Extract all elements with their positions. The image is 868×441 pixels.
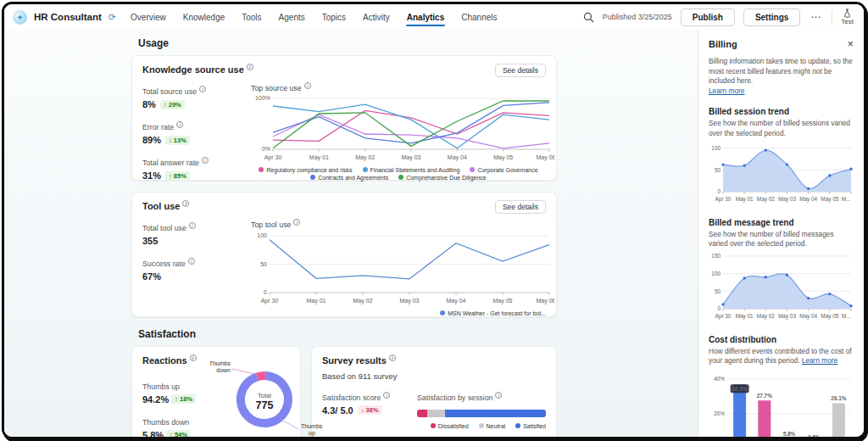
svg-text:May 02: May 02 <box>353 298 373 304</box>
info-icon[interactable] <box>189 222 196 229</box>
svg-text:27.7%: 27.7% <box>757 392 772 398</box>
nav-analytics[interactable]: Analytics <box>406 6 445 29</box>
satisfaction-legend: DissatisfiedNeutralSatisfied <box>417 423 546 429</box>
close-icon[interactable]: × <box>847 38 854 49</box>
knowledge-see-details-button[interactable]: See details <box>495 64 546 77</box>
search-icon[interactable] <box>583 12 594 23</box>
top-source-use-chart: 100%0%Apr 30May 01May 02May 03May 04May … <box>251 94 546 165</box>
legend-item[interactable]: Dissatisfied <box>431 423 469 429</box>
survey-card-title: Survey results <box>322 354 396 366</box>
nav-tools[interactable]: Tools <box>241 6 262 29</box>
info-icon[interactable] <box>176 121 183 128</box>
reactions-card: Reactions Thumbs up 94.2%↑ 18% Thumbs do… <box>131 346 301 437</box>
test-button[interactable]: Test <box>841 8 854 25</box>
svg-text:Apr 30: Apr 30 <box>715 196 732 203</box>
info-icon[interactable] <box>304 82 311 89</box>
billing-title: Billing <box>709 39 737 49</box>
svg-text:50: 50 <box>715 288 721 294</box>
top-tool-use-title: Top tool use <box>251 219 546 229</box>
svg-text:May 04: May 04 <box>799 313 817 320</box>
nav-channels[interactable]: Channels <box>460 6 498 29</box>
svg-text:May 03: May 03 <box>400 298 420 304</box>
svg-text:May 05: May 05 <box>493 154 513 161</box>
svg-text:May 05: May 05 <box>821 313 838 320</box>
svg-text:100: 100 <box>257 232 267 238</box>
delta-badge: ↑ 18% <box>171 394 196 404</box>
info-icon[interactable] <box>202 157 209 164</box>
stacked-bar-segment <box>445 410 546 417</box>
reactions-donut-chart: Total775ThumbsdownThumbsup <box>210 357 324 437</box>
stat-thumbs-down: Thumbs down 5.8%↑ 54% <box>142 413 197 437</box>
app-logo-icon: ✦ <box>13 10 27 25</box>
info-icon[interactable] <box>199 86 206 92</box>
legend-item[interactable]: Corporate Governance <box>470 167 537 173</box>
svg-text:May 02: May 02 <box>355 154 375 161</box>
svg-text:May 04: May 04 <box>448 154 467 161</box>
settings-button[interactable]: Settings <box>743 8 800 26</box>
billing-learn-more-link[interactable]: Learn more <box>709 87 744 95</box>
svg-text:May 02: May 02 <box>757 313 775 320</box>
nav-agents[interactable]: Agents <box>278 6 306 29</box>
reactions-card-title: Reactions <box>142 354 197 366</box>
billed-session-trend-desc: See how the number of billed sessions va… <box>709 119 854 137</box>
svg-text:0: 0 <box>264 289 267 295</box>
info-icon[interactable] <box>383 392 390 399</box>
legend-item[interactable]: Comprehansive Due Diligence <box>398 175 487 181</box>
top-tool-use-legend: MSN Weather - Get forecast for tod... <box>251 310 546 316</box>
legend-item[interactable]: MSN Weather - Get forecast for tod... <box>440 310 546 316</box>
svg-text:May 03: May 03 <box>778 196 796 203</box>
info-icon[interactable] <box>247 64 253 70</box>
cost-learn-more-link[interactable]: Learn more <box>802 356 837 365</box>
svg-text:May 05: May 05 <box>821 196 838 203</box>
svg-text:May 03: May 03 <box>778 313 796 320</box>
info-icon[interactable] <box>495 392 502 399</box>
delta-badge: ↓ 13% <box>165 136 190 145</box>
nav-topics[interactable]: Topics <box>321 6 347 29</box>
tool-see-details-button[interactable]: See details <box>495 200 546 214</box>
svg-text:Apr 30: Apr 30 <box>261 298 279 304</box>
legend-item[interactable]: Contracts and Agreements <box>310 175 388 181</box>
nav-overview[interactable]: Overview <box>130 6 167 29</box>
svg-text:100: 100 <box>711 271 721 276</box>
stacked-bar-segment <box>417 410 427 417</box>
svg-text:May 06: May 06 <box>537 154 554 161</box>
info-icon[interactable] <box>293 219 300 226</box>
knowledge-card-title: Knowledge source use <box>142 64 253 75</box>
top-tool-use-chart: 100500Apr 30May 01May 02May 03May 04May … <box>251 231 546 309</box>
usage-section-title: Usage <box>138 37 557 49</box>
more-options-button[interactable]: ⋯ <box>809 11 823 23</box>
delta-badge: ↑ 54% <box>166 430 191 437</box>
svg-text:May 04: May 04 <box>447 298 466 304</box>
svg-text:26.1%: 26.1% <box>831 395 846 401</box>
info-icon[interactable] <box>188 258 195 265</box>
delta-badge: ↑ 29% <box>160 100 185 109</box>
legend-item[interactable]: Neutral <box>479 423 506 429</box>
publish-button[interactable]: Publish <box>681 8 735 26</box>
stat-thumbs-up: Thumbs up 94.2%↑ 18% <box>142 377 197 405</box>
svg-text:40%: 40% <box>714 376 725 382</box>
test-flask-icon <box>843 8 852 18</box>
nav-knowledge[interactable]: Knowledge <box>182 6 225 29</box>
svg-text:50: 50 <box>260 261 267 267</box>
svg-text:20%: 20% <box>714 410 725 416</box>
billed-message-trend-desc: See how the number of billed messages va… <box>709 230 854 248</box>
published-status: Published 3/25/2025 <box>603 13 672 21</box>
legend-item[interactable]: Financial Statements and Auditing <box>363 167 460 173</box>
billed-session-trend-chart: 100500Apr 30May 01May 02May 03May 04May … <box>709 141 854 207</box>
info-icon[interactable] <box>389 354 396 361</box>
legend-item[interactable]: Satisfied <box>515 423 546 429</box>
svg-text:0%: 0% <box>262 146 270 152</box>
svg-text:Total: Total <box>258 392 271 399</box>
billed-message-trend-title: Billed message trend <box>709 218 854 227</box>
top-source-use-title: Top source use <box>251 82 546 92</box>
nav-activity[interactable]: Activity <box>362 6 391 29</box>
info-icon[interactable] <box>182 200 189 207</box>
legend-item[interactable]: Regulatory compliance and risks <box>259 167 352 173</box>
info-icon[interactable] <box>190 354 197 361</box>
svg-text:150: 150 <box>711 253 721 259</box>
delta-badge: ↓ 36% <box>358 405 382 415</box>
top-source-use-legend: Regulatory compliance and risksFinancial… <box>251 167 546 181</box>
svg-text:50: 50 <box>715 166 721 172</box>
svg-text:May 06: May 06 <box>537 298 554 304</box>
svg-text:100%: 100% <box>255 95 270 101</box>
